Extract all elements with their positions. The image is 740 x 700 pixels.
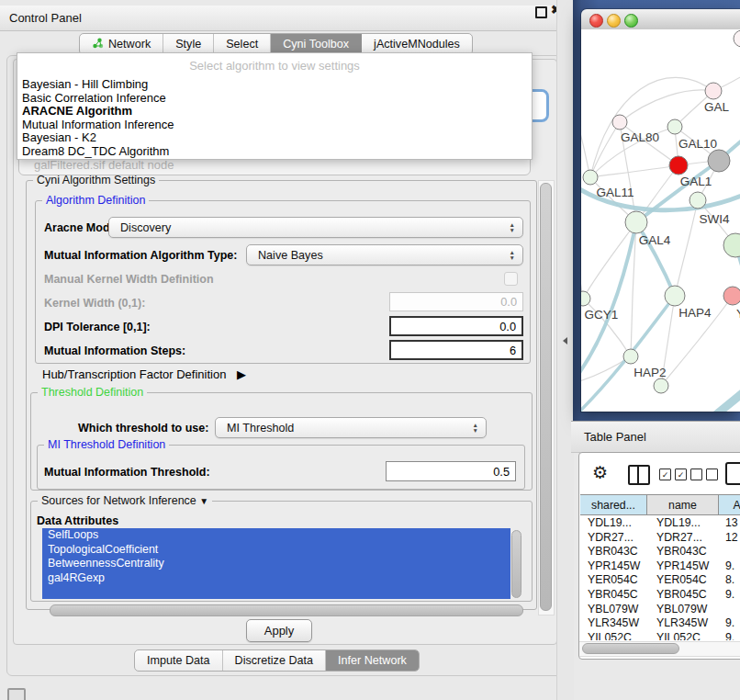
- table-cell: 9.: [719, 559, 740, 574]
- algorithm-option-mutual-information-inference[interactable]: Mutual Information Inference: [17, 119, 532, 132]
- panel-divider[interactable]: [556, 0, 574, 700]
- settings-vscroll-thumb[interactable]: [540, 183, 552, 611]
- zoom-traffic-icon[interactable]: [624, 14, 638, 28]
- attribute-item-topologicalcoefficient[interactable]: TopologicalCoefficient: [42, 543, 510, 558]
- node-gal4[interactable]: [625, 211, 647, 233]
- algorithm-option-list: Bayesian - Hill ClimbingBasic Correlatio…: [17, 78, 532, 159]
- node-gal1[interactable]: [669, 156, 688, 175]
- table-row[interactable]: YDL19...YDL19...13: [580, 516, 740, 531]
- attribute-item-selfloops[interactable]: SelfLoops: [42, 528, 510, 543]
- table-row[interactable]: YBL079WYBL079W: [580, 603, 740, 617]
- tab-impute-data[interactable]: Impute Data: [135, 650, 223, 671]
- tab-discretize-data[interactable]: Discretize Data: [223, 650, 326, 671]
- which-threshold-combo[interactable]: MI Threshold ▲▼: [215, 417, 487, 438]
- attribute-item-gal4rgexp[interactable]: gal4RGexp: [42, 571, 510, 586]
- mi-type-combo[interactable]: Naive Bayes ▲▼: [246, 244, 523, 265]
- tab-infer-network[interactable]: Infer Network: [326, 650, 419, 671]
- screenshot-root: Control Panel ✖ NetworkStyleSelectCyni T…: [0, 0, 740, 700]
- tab-discretize-data-label: Discretize Data: [235, 654, 313, 667]
- column-header-a[interactable]: A: [719, 494, 740, 515]
- apply-button[interactable]: Apply: [246, 619, 312, 642]
- node-y[interactable]: [723, 287, 740, 305]
- node-hap4[interactable]: [665, 286, 685, 306]
- tab-cyni-toolbox[interactable]: Cyni Toolbox: [271, 34, 362, 54]
- table-cell: YPR145W: [647, 559, 728, 574]
- dpi-tolerance-label: DPI Tolerance [0,1]:: [44, 321, 151, 333]
- table-hscroll-thumb[interactable]: [582, 643, 679, 654]
- algorithm-option-bayesian-hill-climbing[interactable]: Bayesian - Hill Climbing: [17, 78, 532, 92]
- attribute-item-betweennesscentrality[interactable]: BetweennessCentrality: [42, 557, 510, 571]
- table-cell: YBR043C: [580, 545, 655, 559]
- table-cell: YDL19...: [647, 516, 728, 531]
- table-cell: [719, 603, 740, 617]
- algorithm-option-dream8-dc-tdc-algorithm[interactable]: Dream8 DC_TDC Algorithm: [17, 145, 532, 159]
- table-cell: YER054C: [647, 573, 728, 588]
- dpi-tolerance-input[interactable]: [389, 316, 523, 336]
- column-header-name[interactable]: name: [647, 494, 719, 515]
- network-window[interactable]: GALGAL80GAL10GAL1GAL11SWI4GAL4GCY1HAP4YH…: [581, 9, 740, 412]
- data-attributes-list[interactable]: SelfLoopsTopologicalCoefficientBetweenne…: [42, 528, 510, 599]
- table-row[interactable]: YIL052CYIL052C9.: [580, 631, 740, 640]
- node-label-gal11: GAL11: [596, 186, 633, 199]
- mi-steps-input[interactable]: [389, 340, 523, 360]
- table-row[interactable]: YBR043CYBR043C: [580, 545, 740, 559]
- aracne-mode-combo[interactable]: Discovery ▲▼: [108, 217, 523, 238]
- tab-network[interactable]: Network: [80, 34, 163, 54]
- node-label-gal4: GAL4: [639, 233, 671, 247]
- node-label-swi4: SWI4: [699, 212, 729, 226]
- dock-mini-icon[interactable]: [7, 688, 26, 700]
- node-gal[interactable]: [705, 83, 722, 99]
- table-cell: 13: [719, 516, 740, 531]
- node-label-gal10: GAL10: [678, 137, 717, 151]
- settings-hscroll-thumb[interactable]: [50, 604, 523, 616]
- network-canvas[interactable]: GALGAL80GAL10GAL1GAL11SWI4GAL4GCY1HAP4YH…: [581, 29, 740, 412]
- mi-threshold-label: Mutual Information Threshold:: [44, 466, 210, 479]
- algorithm-option-basic-correlation-inference[interactable]: Basic Correlation Inference: [17, 92, 532, 106]
- edges-layer: [581, 73, 740, 386]
- table-row[interactable]: YBR045CYBR045C9.: [580, 588, 740, 603]
- float-icon[interactable]: [535, 6, 547, 18]
- table-cell: YDL19...: [580, 516, 655, 531]
- attributes-scrollbar[interactable]: [511, 530, 521, 598]
- table-rows: YDL19...YDL19...13YDR27...YDR27...12YBR0…: [580, 516, 740, 640]
- table-row[interactable]: YPR145WYPR145W9.: [580, 559, 740, 574]
- algorithm-option-bayesian-k2[interactable]: Bayesian - K2: [17, 131, 532, 145]
- network-window-titlebar[interactable]: [581, 9, 740, 30]
- table-cell: YDR27...: [580, 531, 655, 546]
- table-cell: YIL052C: [580, 631, 655, 640]
- node-hap2[interactable]: [623, 349, 638, 364]
- tab-jactivemnodules[interactable]: jActiveMNodules: [362, 34, 472, 54]
- node-gal80[interactable]: [612, 115, 627, 130]
- gear-icon[interactable]: ⚙: [592, 462, 608, 483]
- cyni-bottom-tabs: Impute DataDiscretize DataInfer Network: [134, 649, 420, 672]
- tab-select[interactable]: Select: [214, 34, 271, 54]
- tab-style[interactable]: Style: [163, 34, 214, 54]
- column-layout-icon[interactable]: [628, 465, 650, 485]
- node-swi4[interactable]: [690, 192, 706, 209]
- algorithm-option-aracne-algorithm[interactable]: ARACNE Algorithm: [17, 105, 532, 119]
- table-panel-titlebar: Table Panel: [571, 421, 740, 453]
- node-gal10[interactable]: [667, 119, 682, 134]
- collapse-down-icon[interactable]: ▼: [199, 496, 208, 506]
- node[interactable]: [654, 378, 668, 393]
- table-cell: YBR043C: [647, 545, 728, 559]
- hub-section-toggle[interactable]: Hub/Transcription Factor Definition ▶: [42, 367, 246, 381]
- unchecked-box-icon: [690, 469, 702, 480]
- new-table-icon[interactable]: [725, 462, 740, 485]
- select-all-columns-icon[interactable]: ✓ ✓: [659, 469, 687, 480]
- splitter-collapse-icon[interactable]: [563, 337, 567, 344]
- table-row[interactable]: YER054CYER054C8.: [580, 573, 740, 588]
- kernel-width-input[interactable]: [389, 292, 523, 311]
- node-gal11[interactable]: [583, 170, 598, 185]
- node[interactable]: [723, 233, 740, 257]
- close-traffic-icon[interactable]: [589, 14, 603, 28]
- minimize-traffic-icon[interactable]: [607, 14, 621, 28]
- mi-threshold-input[interactable]: [386, 461, 516, 481]
- table-row[interactable]: YDR27...YDR27...12: [580, 531, 740, 546]
- table-row[interactable]: YLR345WYLR345W9.: [580, 616, 740, 631]
- deselect-all-columns-icon[interactable]: [690, 469, 718, 480]
- column-header-shared[interactable]: shared...: [580, 494, 647, 515]
- node[interactable]: [734, 30, 740, 47]
- manual-kernel-checkbox[interactable]: [504, 272, 518, 286]
- node[interactable]: [708, 150, 730, 172]
